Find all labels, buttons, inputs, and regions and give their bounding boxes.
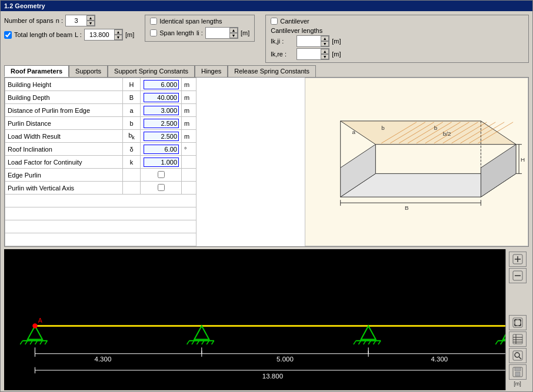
- tab-release[interactable]: Release Spring Constants: [228, 65, 316, 77]
- n-spin-buttons: ▲ ▼: [86, 15, 95, 26]
- zoom-in-button[interactable]: [509, 252, 527, 267]
- cantilever-label: Cantilever: [280, 18, 309, 25]
- L-spinner[interactable]: 13.800 ▲ ▼: [84, 29, 123, 41]
- lkji-label: lk,ji :: [271, 38, 294, 45]
- param-value[interactable]: [141, 78, 182, 91]
- edge-purlin-checkbox[interactable]: [158, 171, 165, 178]
- li-input[interactable]: [206, 29, 229, 37]
- param-name: Distance of Purlin from Edge: [5, 104, 123, 117]
- main-window: 1.2 Geometry Number of spans n : 3 ▲ ▼: [0, 0, 533, 392]
- svg-marker-3: [341, 121, 516, 145]
- param-name: Purlin with Vertical Axis: [5, 182, 123, 195]
- table-row: Distance of Purlin from Edge a m: [5, 104, 196, 117]
- param-name: Edge Purlin: [5, 169, 123, 182]
- param-value[interactable]: [141, 104, 182, 117]
- save-button[interactable]: [509, 364, 527, 380]
- tab-roof[interactable]: Roof Parameters: [4, 65, 69, 77]
- tab-supports[interactable]: Supports: [69, 65, 108, 77]
- purlin-vertical-checkbox[interactable]: [158, 184, 165, 191]
- param-value[interactable]: [141, 182, 182, 195]
- param-unit: [182, 182, 196, 195]
- param-value[interactable]: [141, 91, 182, 104]
- n-spin-up[interactable]: ▲: [86, 15, 95, 21]
- lkji-spin-down[interactable]: ▼: [321, 41, 329, 46]
- identical-spans-checkbox[interactable]: [150, 18, 157, 25]
- li-spinner[interactable]: ▲ ▼: [205, 27, 238, 39]
- right-toolbar: [m]: [505, 249, 529, 390]
- zoom-out-button[interactable]: [509, 268, 527, 283]
- param-symbol: k: [123, 156, 141, 169]
- lkre-spin-buttons: ▲ ▼: [321, 49, 329, 59]
- li-spin-up[interactable]: ▲: [229, 28, 238, 33]
- svg-text:4.300: 4.300: [94, 356, 111, 363]
- svg-marker-1: [481, 145, 516, 197]
- identical-spans-label: Identical span lengths: [159, 18, 222, 25]
- title-bar: 1.2 Geometry: [1, 1, 532, 11]
- param-symbol: [123, 169, 141, 182]
- param-symbol: bk: [123, 130, 141, 143]
- li-spin-down[interactable]: ▼: [229, 33, 238, 38]
- length-row: Total length of beam L : 13.800 ▲ ▼ [m]: [4, 29, 134, 41]
- param-unit: [182, 169, 196, 182]
- search-button[interactable]: [509, 348, 527, 363]
- param-unit: m: [182, 91, 196, 104]
- cantilever-checkbox[interactable]: [271, 18, 278, 25]
- window-title: 1.2 Geometry: [4, 2, 45, 9]
- table-button[interactable]: [509, 331, 527, 347]
- L-spin-up[interactable]: ▲: [114, 29, 122, 35]
- total-length-label: Total length of beam: [14, 31, 72, 38]
- n-spinner[interactable]: 3 ▲ ▼: [65, 15, 95, 26]
- param-symbol: δ: [123, 143, 141, 156]
- n-spin-down[interactable]: ▼: [86, 21, 95, 26]
- param-symbol: [123, 182, 141, 195]
- table-row: Load Factor for Continuity k: [5, 156, 196, 169]
- svg-text:a: a: [352, 129, 356, 135]
- span-length-row: Span length li : ▲ ▼ [m]: [150, 27, 249, 39]
- svg-text:b: b: [381, 125, 385, 131]
- param-name: Building Depth: [5, 91, 123, 104]
- param-value[interactable]: [141, 169, 182, 182]
- svg-rect-89: [513, 318, 522, 327]
- n-input[interactable]: 3: [66, 16, 86, 25]
- lkji-input[interactable]: [297, 37, 321, 45]
- L-spin-down[interactable]: ▼: [114, 35, 122, 40]
- identical-spans-row: Identical span lengths: [150, 18, 249, 25]
- svg-text:4.300: 4.300: [431, 356, 448, 363]
- param-symbol: B: [123, 91, 141, 104]
- li-label: li :: [196, 29, 203, 36]
- L-unit: [m]: [125, 31, 134, 38]
- spans-row: Number of spans n : 3 ▲ ▼: [4, 15, 134, 26]
- L-input[interactable]: 13.800: [85, 31, 114, 39]
- param-value[interactable]: [141, 130, 182, 143]
- total-length-checkbox[interactable]: [4, 31, 12, 39]
- param-value[interactable]: [141, 117, 182, 130]
- table-row-empty: [5, 233, 196, 246]
- cantilever-group: Cantilever Cantilever lengths lk,ji : ▲ …: [265, 15, 529, 63]
- table-row: Building Depth B m: [5, 91, 196, 104]
- span-length-checkbox[interactable]: [150, 29, 157, 36]
- svg-rect-99: [513, 334, 522, 344]
- lkre-spin-up[interactable]: ▲: [321, 49, 329, 54]
- lkji-spin-up[interactable]: ▲: [321, 36, 329, 41]
- params-table: Building Height H m Building Depth B m: [5, 78, 196, 246]
- lkre-spinner[interactable]: ▲ ▼: [297, 48, 329, 60]
- table-row-empty: [5, 195, 196, 207]
- params-table-container: Building Height H m Building Depth B m: [5, 78, 305, 246]
- tab-hinges[interactable]: Hinges: [195, 65, 228, 77]
- spans-label: Number of spans: [4, 17, 54, 24]
- lkre-spin-down[interactable]: ▼: [321, 54, 329, 59]
- param-unit: m: [182, 130, 196, 143]
- lkji-row: lk,ji : ▲ ▼ [m]: [271, 35, 524, 47]
- param-unit: m: [182, 78, 196, 91]
- svg-rect-30: [4, 252, 529, 388]
- lkji-spinner[interactable]: ▲ ▼: [297, 35, 329, 47]
- param-value[interactable]: [141, 143, 182, 156]
- fit-button[interactable]: [509, 315, 527, 330]
- lkre-input[interactable]: [297, 50, 321, 58]
- tabs-section: Roof Parameters Supports Support Spring …: [4, 65, 529, 247]
- param-value[interactable]: [141, 156, 182, 169]
- diagram-area: a b b b/2 H B: [305, 78, 528, 246]
- tab-spring[interactable]: Support Spring Constants: [108, 65, 195, 77]
- table-row-empty: [5, 220, 196, 233]
- param-name: Roof Inclination: [5, 143, 123, 156]
